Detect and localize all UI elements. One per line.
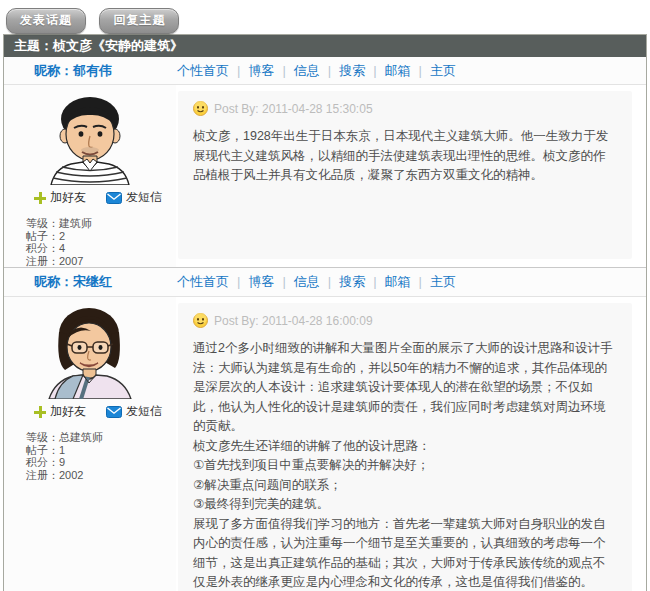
link-search[interactable]: 搜索 bbox=[320, 62, 365, 80]
topic-title: 主题：桢文彦《安静的建筑》 bbox=[4, 35, 646, 57]
post1-content-box: Post By: 2011-04-28 15:30:05 桢文彦，1928年出生… bbox=[178, 91, 632, 259]
stat-points: 积分：9 bbox=[26, 456, 176, 469]
link-profile-home[interactable]: 个性首页 bbox=[177, 273, 229, 291]
link-homepage[interactable]: 主页 bbox=[411, 273, 456, 291]
post2-user-links: 个性首页 博客 信息 搜索 邮箱 主页 bbox=[177, 273, 456, 291]
link-search[interactable]: 搜索 bbox=[320, 273, 365, 291]
stat-posts: 帖子：2 bbox=[26, 230, 176, 243]
post1-user-links: 个性首页 博客 信息 搜索 邮箱 主页 bbox=[177, 62, 456, 80]
post1-postby-text: Post By: 2011-04-28 15:30:05 bbox=[214, 102, 373, 116]
link-blog[interactable]: 博客 bbox=[229, 62, 274, 80]
post1-content-col: Post By: 2011-04-28 15:30:05 桢文彦，1928年出生… bbox=[176, 85, 646, 267]
add-friend-label: 加好友 bbox=[50, 189, 86, 206]
post2-postby-row: Post By: 2011-04-28 16:00:09 bbox=[193, 313, 617, 328]
stat-registered: 注册：2002 bbox=[26, 469, 176, 482]
link-info[interactable]: 信息 bbox=[274, 62, 319, 80]
plus-icon bbox=[34, 406, 46, 418]
post2-header: 昵称：宋继红 个性首页 博客 信息 搜索 邮箱 主页 bbox=[4, 267, 646, 297]
envelope-icon bbox=[106, 406, 122, 418]
link-blog[interactable]: 博客 bbox=[229, 273, 274, 291]
post2-content-box: Post By: 2011-04-28 16:00:09 通过2个多小时细致的讲… bbox=[178, 303, 632, 591]
add-friend-label: 加好友 bbox=[50, 403, 86, 420]
post1-side-actions: 加好友 发短信 bbox=[34, 189, 176, 206]
add-friend-button[interactable]: 加好友 bbox=[34, 189, 86, 206]
send-message-label: 发短信 bbox=[126, 189, 162, 206]
avatar-female-illustration bbox=[31, 304, 149, 399]
post2-content-col: Post By: 2011-04-28 16:00:09 通过2个多小时细致的讲… bbox=[176, 297, 646, 591]
post2-sidebar: 加好友 发短信 等级：总建筑师 帖子：1 积分：9 注册：2002 bbox=[4, 297, 176, 591]
add-friend-button[interactable]: 加好友 bbox=[34, 403, 86, 420]
link-mailbox[interactable]: 邮箱 bbox=[365, 62, 410, 80]
send-message-label: 发短信 bbox=[126, 403, 162, 420]
post1-postby-row: Post By: 2011-04-28 15:30:05 bbox=[193, 101, 617, 116]
post1-text: 桢文彦，1928年出生于日本东京，日本现代主义建筑大师。他一生致力于发展现代主义… bbox=[193, 127, 617, 186]
smiley-icon bbox=[193, 313, 208, 328]
stat-registered: 注册：2007 bbox=[26, 255, 176, 268]
post1-user-stats: 等级：建筑师 帖子：2 积分：4 注册：2007 bbox=[26, 217, 176, 267]
top-toolbar: 发表话题 回复主题 bbox=[0, 0, 650, 34]
plus-icon bbox=[34, 192, 46, 204]
post1-header: 昵称：郁有伟 个性首页 博客 信息 搜索 邮箱 主页 bbox=[4, 57, 646, 85]
link-info[interactable]: 信息 bbox=[274, 273, 319, 291]
stat-level: 等级：建筑师 bbox=[26, 217, 176, 230]
post2-body: 加好友 发短信 等级：总建筑师 帖子：1 积分：9 注册：2002 bbox=[4, 297, 646, 591]
post-topic-button[interactable]: 发表话题 bbox=[6, 8, 86, 34]
link-homepage[interactable]: 主页 bbox=[411, 62, 456, 80]
link-mailbox[interactable]: 邮箱 bbox=[365, 273, 410, 291]
smiley-icon bbox=[193, 101, 208, 116]
reply-topic-button[interactable]: 回复主题 bbox=[99, 8, 179, 34]
post1-nickname: 昵称：郁有伟 bbox=[34, 62, 177, 80]
link-profile-home[interactable]: 个性首页 bbox=[177, 62, 229, 80]
thread-container: 主题：桢文彦《安静的建筑》 昵称：郁有伟 个性首页 博客 信息 搜索 邮箱 主页 bbox=[3, 34, 647, 591]
post2-nickname: 昵称：宋继红 bbox=[34, 273, 177, 291]
post2-postby-text: Post By: 2011-04-28 16:00:09 bbox=[214, 314, 373, 328]
post2-text: 通过2个多小时细致的讲解和大量图片全面的展示了大师的设计思路和设计手法：大师认为… bbox=[193, 339, 617, 591]
send-message-button[interactable]: 发短信 bbox=[106, 189, 162, 206]
post1-body: 加好友 发短信 等级：建筑师 帖子：2 积分：4 注册：2007 bbox=[4, 85, 646, 267]
post2-user-stats: 等级：总建筑师 帖子：1 积分：9 注册：2002 bbox=[26, 431, 176, 481]
post1-sidebar: 加好友 发短信 等级：建筑师 帖子：2 积分：4 注册：2007 bbox=[4, 85, 176, 267]
stat-posts: 帖子：1 bbox=[26, 444, 176, 457]
envelope-icon bbox=[106, 192, 122, 204]
avatar-male-illustration bbox=[31, 92, 149, 185]
stat-level: 等级：总建筑师 bbox=[26, 431, 176, 444]
send-message-button[interactable]: 发短信 bbox=[106, 403, 162, 420]
stat-points: 积分：4 bbox=[26, 242, 176, 255]
post2-side-actions: 加好友 发短信 bbox=[34, 403, 176, 420]
